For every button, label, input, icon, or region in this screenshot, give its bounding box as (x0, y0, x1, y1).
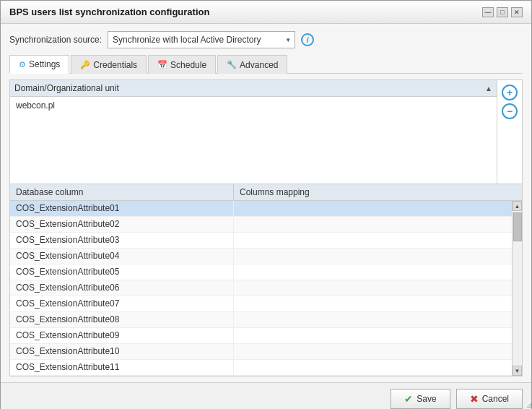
resize-handle[interactable]: ⊿ (522, 399, 532, 409)
remove-domain-button[interactable]: − (502, 103, 518, 119)
db-cell: COS_ExtensionAttribute01 (10, 201, 234, 216)
advanced-tab-icon: 🔧 (227, 60, 237, 69)
table-row[interactable]: COS_ExtensionAttribute08 (10, 312, 512, 328)
maximize-button[interactable]: □ (497, 7, 508, 17)
map-cell (234, 201, 512, 216)
save-button[interactable]: ✔ Save (391, 389, 450, 409)
cancel-button[interactable]: ✖ Cancel (456, 389, 523, 409)
db-column-header: Database column (10, 184, 234, 200)
tab-schedule[interactable]: 📅 Schedule (148, 55, 216, 74)
table-row[interactable]: COS_ExtensionAttribute10 (10, 344, 512, 360)
domain-list: webcon.pl (10, 97, 497, 184)
mapping-rows: COS_ExtensionAttribute01COS_ExtensionAtt… (10, 201, 512, 376)
map-cell (234, 296, 512, 311)
table-row[interactable]: COS_ExtensionAttribute01 (10, 201, 512, 217)
domain-list-area: Domain/Organizational unit ▲ webcon.pl (10, 80, 497, 184)
db-cell: COS_ExtensionAttribute02 (10, 217, 234, 232)
db-cell: COS_ExtensionAttribute03 (10, 233, 234, 248)
map-cell (234, 233, 512, 248)
table-row[interactable]: COS_ExtensionAttribute02 (10, 217, 512, 233)
db-cell: COS_ExtensionAttribute06 (10, 280, 234, 296)
minimize-button[interactable]: — (482, 7, 494, 17)
map-cell (234, 280, 512, 296)
domain-section: Domain/Organizational unit ▲ webcon.pl +… (10, 80, 522, 184)
save-icon: ✔ (404, 393, 413, 405)
tabs: ⚙ Settings 🔑 Credentials 📅 Schedule 🔧 Ad… (9, 54, 523, 74)
table-row[interactable]: COS_ExtensionAttribute11 (10, 360, 512, 376)
table-row[interactable]: COS_ExtensionAttribute03 (10, 233, 512, 249)
sync-source-select[interactable]: Synchronize with local Active Directory (108, 31, 295, 48)
tab-settings[interactable]: ⚙ Settings (9, 55, 69, 74)
tab-advanced-label: Advanced (240, 60, 278, 70)
cancel-label: Cancel (482, 394, 509, 404)
db-cell: COS_ExtensionAttribute08 (10, 312, 234, 327)
map-cell (234, 264, 512, 280)
tab-settings-label: Settings (29, 59, 60, 69)
domain-item[interactable]: webcon.pl (10, 98, 497, 113)
domain-header: Domain/Organizational unit ▲ (10, 80, 497, 97)
table-row[interactable]: COS_ExtensionAttribute09 (10, 328, 512, 344)
mapping-rows-wrapper: COS_ExtensionAttribute01COS_ExtensionAtt… (10, 201, 522, 376)
table-row[interactable]: COS_ExtensionAttribute07 (10, 296, 512, 312)
scrollbar-track: ▲ ▼ (512, 201, 522, 376)
table-row[interactable]: COS_ExtensionAttribute06 (10, 280, 512, 296)
info-icon[interactable]: i (301, 33, 314, 46)
footer: ✔ Save ✖ Cancel (1, 382, 531, 409)
credentials-tab-icon: 🔑 (80, 60, 90, 69)
map-cell (234, 344, 512, 359)
mapping-header: Database column Columns mapping (10, 184, 522, 201)
scroll-thumb[interactable] (513, 212, 522, 241)
db-cell: COS_ExtensionAttribute04 (10, 249, 234, 264)
table-row[interactable]: COS_ExtensionAttribute04 (10, 249, 512, 264)
sync-source-select-wrapper: Synchronize with local Active Directory (108, 31, 295, 48)
db-cell: COS_ExtensionAttribute05 (10, 264, 234, 280)
cancel-icon: ✖ (470, 393, 479, 405)
map-cell (234, 312, 512, 327)
map-cell (234, 217, 512, 232)
settings-tab-icon: ⚙ (19, 60, 26, 69)
sync-source-row: Synchronization source: Synchronize with… (9, 31, 523, 48)
map-cell (234, 249, 512, 264)
schedule-tab-icon: 📅 (157, 60, 167, 69)
tab-credentials-label: Credentials (93, 60, 137, 70)
main-window: BPS users list synchronization configura… (0, 0, 532, 409)
domain-buttons: + − (497, 80, 522, 184)
scroll-down-arrow[interactable]: ▼ (513, 366, 522, 376)
scroll-up-arrow[interactable]: ▲ (513, 201, 522, 211)
tab-advanced[interactable]: 🔧 Advanced (217, 55, 287, 74)
map-cell (234, 360, 512, 375)
close-button[interactable]: ✕ (511, 7, 523, 17)
domain-row: Domain/Organizational unit ▲ webcon.pl +… (10, 80, 522, 184)
add-domain-button[interactable]: + (502, 85, 518, 100)
db-cell: COS_ExtensionAttribute09 (10, 328, 234, 343)
db-cell: COS_ExtensionAttribute10 (10, 344, 234, 359)
window-content: Synchronization source: Synchronize with… (1, 24, 531, 382)
mapping-section: Database column Columns mapping COS_Exte… (10, 184, 522, 376)
domain-scroll-up[interactable]: ▲ (485, 85, 492, 92)
domain-header-label: Domain/Organizational unit (14, 83, 119, 93)
tab-schedule-label: Schedule (170, 60, 206, 70)
main-area: Domain/Organizational unit ▲ webcon.pl +… (9, 79, 523, 376)
window-title: BPS users list synchronization configura… (9, 7, 209, 17)
tab-credentials[interactable]: 🔑 Credentials (71, 55, 147, 74)
sync-source-label: Synchronization source: (9, 35, 102, 45)
db-cell: COS_ExtensionAttribute07 (10, 296, 234, 311)
map-column-header: Columns mapping (234, 184, 522, 200)
map-cell (234, 328, 512, 343)
window-controls: — □ ✕ (482, 7, 523, 17)
table-row[interactable]: COS_ExtensionAttribute05 (10, 264, 512, 280)
save-label: Save (417, 394, 436, 404)
db-cell: COS_ExtensionAttribute11 (10, 360, 234, 375)
title-bar: BPS users list synchronization configura… (1, 1, 531, 24)
